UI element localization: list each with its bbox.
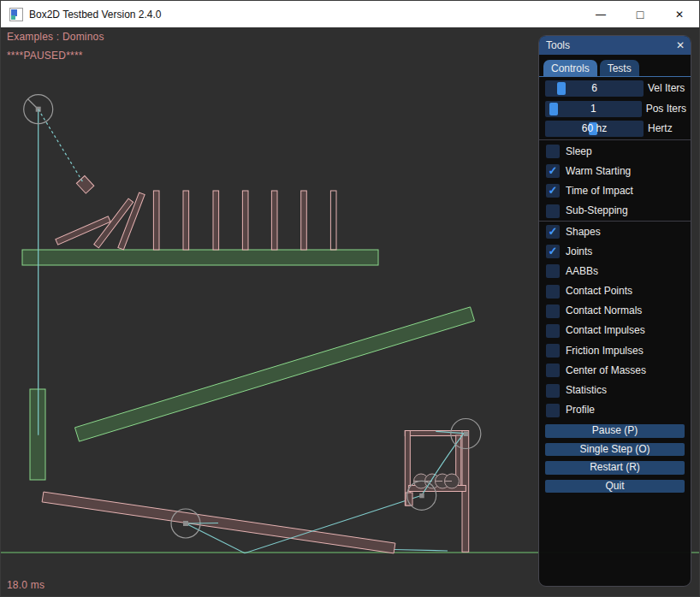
checkbox-contact-impulses[interactable] [546, 324, 560, 338]
checkbox-sleep[interactable] [546, 145, 560, 158]
checkbox-profile[interactable] [546, 404, 560, 417]
checkbox-center-of-masses[interactable] [546, 364, 560, 377]
quit-button[interactable]: Quit [545, 480, 685, 494]
angled-ramp [75, 307, 475, 441]
checkbox-row-shapes: ✓Shapes [546, 225, 687, 239]
domino-2[interactable] [183, 191, 189, 250]
sim-checkbox-group: Sleep✓Warm Starting✓Time of ImpactSub-St… [546, 145, 687, 224]
tab-underline [539, 76, 691, 77]
checkbox-row-warm-starting: ✓Warm Starting [546, 164, 687, 179]
pause-p-button[interactable]: Pause (P) [545, 424, 685, 438]
domino-7[interactable] [330, 191, 336, 250]
slider-row-hertz: 60 hzHertz [545, 121, 686, 137]
checkbox-label: Sleep [566, 145, 592, 159]
panel-button-group: Pause (P)Single Step (O)Restart (R)Quit [545, 424, 685, 498]
restart-r-button[interactable]: Restart (R) [545, 461, 685, 475]
checkbox-label: AABBs [566, 264, 598, 279]
example-label: Examples : Dominos [7, 31, 104, 43]
separator [539, 139, 691, 140]
checkbox-label: Contact Normals [566, 304, 642, 318]
checkbox-shapes[interactable]: ✓ [546, 225, 560, 239]
checkbox-label: Time of Impact [566, 184, 633, 198]
frame-structure[interactable] [405, 431, 468, 553]
slider-row-pos-iters: 1Pos Iters [545, 101, 686, 117]
domino-5[interactable] [271, 191, 277, 250]
checkbox-row-statistics: Statistics [546, 383, 687, 398]
domino-3[interactable] [213, 191, 219, 250]
slider-label: Hertz [648, 121, 673, 137]
checkbox-row-joints: ✓Joints [546, 245, 687, 259]
domino-6[interactable] [301, 191, 307, 250]
seesaw-plank[interactable] [42, 492, 395, 553]
minimize-button[interactable]: — [581, 1, 620, 27]
checkbox-statistics[interactable] [546, 384, 560, 398]
paused-status: ****PAUSED**** [7, 50, 83, 62]
slider-value: 1 [545, 101, 642, 117]
checkbox-label: Warm Starting [566, 164, 631, 179]
separator [539, 221, 691, 222]
checkbox-friction-impulses[interactable] [546, 344, 560, 358]
checkbox-time-of-impact[interactable]: ✓ [546, 184, 560, 198]
slider-label: Vel Iters [648, 80, 685, 97]
app-window: Box2D Testbed Version 2.4.0 — □ ✕ [0, 0, 700, 597]
checkbox-warm-starting[interactable]: ✓ [546, 164, 560, 178]
fallen-dominoes[interactable] [56, 192, 145, 250]
titlebar: Box2D Testbed Version 2.4.0 — □ ✕ [1, 1, 699, 27]
checkbox-row-sleep: Sleep [546, 145, 687, 159]
single-step-o-button[interactable]: Single Step (O) [545, 443, 685, 457]
tab-tests[interactable]: Tests [600, 60, 639, 77]
checkbox-label: Shapes [566, 225, 601, 239]
slider-value: 60 hz [545, 121, 644, 137]
window-title: Box2D Testbed Version 2.4.0 [29, 9, 162, 21]
tools-tabbar: ControlsTests [543, 60, 639, 77]
tools-panel-title: Tools [546, 39, 570, 51]
tab-controls[interactable]: Controls [543, 60, 597, 77]
app-icon [9, 8, 23, 21]
vertical-post [30, 389, 45, 480]
domino-4[interactable] [242, 191, 248, 250]
checkbox-label: Sub-Stepping [566, 204, 628, 218]
checkbox-sub-stepping[interactable] [546, 204, 560, 218]
slider-vel-iters[interactable]: 6 [545, 80, 644, 97]
slider-group: 6Vel Iters1Pos Iters60 hzHertz [545, 80, 686, 141]
swinging-box[interactable] [76, 176, 93, 194]
draw-checkbox-group: ✓Shapes✓JointsAABBsContact PointsContact… [546, 225, 687, 423]
checkbox-row-contact-impulses: Contact Impulses [546, 323, 687, 338]
tools-panel: Tools ✕ ControlsTests 6Vel Iters1Pos Ite… [538, 35, 691, 587]
slider-value: 6 [545, 80, 644, 97]
checkbox-label: Statistics [566, 383, 607, 398]
frame-time: 18.0 ms [7, 579, 44, 591]
checkbox-aabbs[interactable] [546, 264, 560, 278]
checkbox-row-sub-stepping: Sub-Stepping [546, 204, 687, 218]
checkbox-row-time-of-impact: ✓Time of Impact [546, 184, 687, 198]
checkbox-row-center-of-masses: Center of Masses [546, 364, 687, 378]
slider-hertz[interactable]: 60 hz [545, 121, 644, 137]
maximize-button[interactable]: □ [620, 1, 660, 27]
tools-panel-titlebar[interactable]: Tools ✕ [539, 36, 691, 55]
checkbox-row-profile: Profile [546, 403, 687, 417]
slider-label: Pos Iters [646, 101, 686, 117]
slider-pos-iters[interactable]: 1 [545, 101, 642, 117]
domino-shelf [22, 250, 378, 265]
checkbox-row-friction-impulses: Friction Impulses [546, 344, 687, 358]
joint-line-ground [393, 550, 448, 552]
checkbox-label: Contact Points [566, 284, 632, 298]
checkbox-label: Joints [566, 245, 592, 259]
slider-row-vel-iters: 6Vel Iters [545, 80, 686, 97]
checkbox-joints[interactable]: ✓ [546, 245, 560, 258]
panel-close-icon[interactable]: ✕ [676, 36, 685, 55]
close-button[interactable]: ✕ [660, 1, 699, 27]
checkbox-contact-points[interactable] [546, 285, 560, 298]
checkbox-label: Contact Impulses [566, 323, 645, 338]
joint-line-dashed [39, 109, 84, 184]
checkbox-contact-normals[interactable] [546, 304, 560, 318]
checkbox-label: Profile [566, 403, 595, 417]
checkbox-row-aabbs: AABBs [546, 264, 687, 279]
checkbox-row-contact-points: Contact Points [546, 284, 687, 298]
checkbox-label: Friction Impulses [566, 344, 644, 358]
domino-1[interactable] [153, 191, 159, 250]
checkbox-row-contact-normals: Contact Normals [546, 304, 687, 318]
standing-dominoes[interactable] [153, 191, 336, 250]
checkbox-label: Center of Masses [566, 364, 646, 378]
